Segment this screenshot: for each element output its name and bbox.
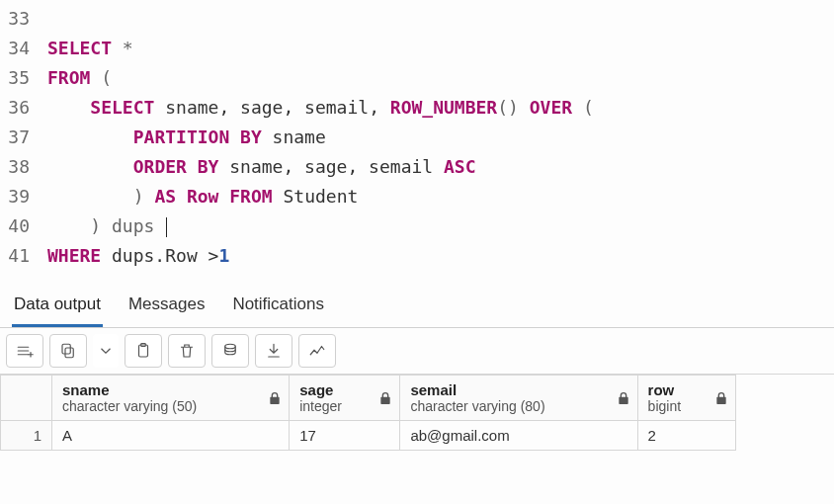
code-content[interactable]: FROM ( [47,63,112,93]
text-cursor [166,217,167,237]
cell-sname[interactable]: A [52,421,290,451]
lock-icon [713,390,729,406]
result-tabs: Data outputMessagesNotifications [0,281,834,328]
line-number: 36 [0,93,47,123]
column-name: semail [410,381,609,398]
code-content[interactable]: WHERE dups.Row >1 [47,241,229,271]
line-number: 37 [0,123,47,152]
line-number: 38 [0,152,47,182]
sql-editor[interactable]: 3334SELECT *35FROM (36 SELECT sname, sag… [0,0,834,271]
line-number: 39 [0,182,47,211]
row-number-header [1,376,52,421]
column-name: sname [62,381,261,398]
column-name: sage [299,381,372,398]
line-number: 33 [0,4,47,34]
svg-point-4 [225,344,236,349]
code-line[interactable]: 35FROM ( [0,63,834,93]
tab-notifications[interactable]: Notifications [230,289,326,327]
code-line[interactable]: 39 ) AS Row FROM Student [0,182,834,211]
column-header-sage[interactable]: sageinteger [290,376,400,421]
column-type: integer [299,398,372,414]
code-line[interactable]: 36 SELECT sname, sage, semail, ROW_NUMBE… [0,93,834,123]
code-line[interactable]: 38 ORDER BY sname, sage, semail ASC [0,152,834,182]
column-header-row[interactable]: rowbigint [637,376,735,421]
svg-rect-1 [62,344,70,354]
column-type: bigint [648,398,708,414]
lock-icon [377,390,393,406]
code-line[interactable]: 41WHERE dups.Row >1 [0,241,834,271]
code-line[interactable]: 33 [0,4,834,34]
line-number: 34 [0,34,47,63]
column-header-sname[interactable]: snamecharacter varying (50) [52,376,290,421]
line-number: 41 [0,241,47,271]
code-line[interactable]: 40 ) dups [0,211,834,241]
results-toolbar [0,328,834,375]
lock-icon [616,390,631,406]
code-content[interactable]: ) AS Row FROM Student [47,182,358,211]
paste-icon[interactable] [125,334,162,368]
cell-sage[interactable]: 17 [290,421,400,451]
lock-icon [267,390,283,406]
row-number: 1 [1,421,52,451]
code-content[interactable]: PARTITION BY sname [47,123,326,152]
tab-data-output[interactable]: Data output [12,289,103,327]
code-content[interactable]: SELECT * [47,34,133,63]
add-row-icon[interactable] [6,334,43,368]
column-type: character varying (50) [62,398,261,414]
line-number: 40 [0,211,47,241]
column-name: row [648,381,708,398]
chart-icon[interactable] [298,334,336,368]
cell-row[interactable]: 2 [637,421,735,451]
code-content[interactable]: SELECT sname, sage, semail, ROW_NUMBER()… [47,93,594,123]
dropdown-caret-icon[interactable] [93,334,119,368]
column-type: character varying (80) [410,398,609,414]
code-content[interactable]: ) dups [47,211,167,241]
code-line[interactable]: 37 PARTITION BY sname [0,123,834,152]
delete-icon[interactable] [168,334,206,368]
table-row[interactable]: 1A17ab@gmail.com2 [1,421,736,451]
code-content[interactable]: ORDER BY sname, sage, semail ASC [47,152,476,182]
copy-icon[interactable] [49,334,87,368]
save-data-icon[interactable] [211,334,249,368]
line-number: 35 [0,63,47,93]
results-grid: snamecharacter varying (50)sageintegerse… [0,375,736,451]
column-header-semail[interactable]: semailcharacter varying (80) [400,376,637,421]
tab-messages[interactable]: Messages [126,289,207,327]
svg-rect-0 [65,348,73,358]
cell-semail[interactable]: ab@gmail.com [400,421,637,451]
code-line[interactable]: 34SELECT * [0,34,834,63]
download-icon[interactable] [255,334,292,368]
